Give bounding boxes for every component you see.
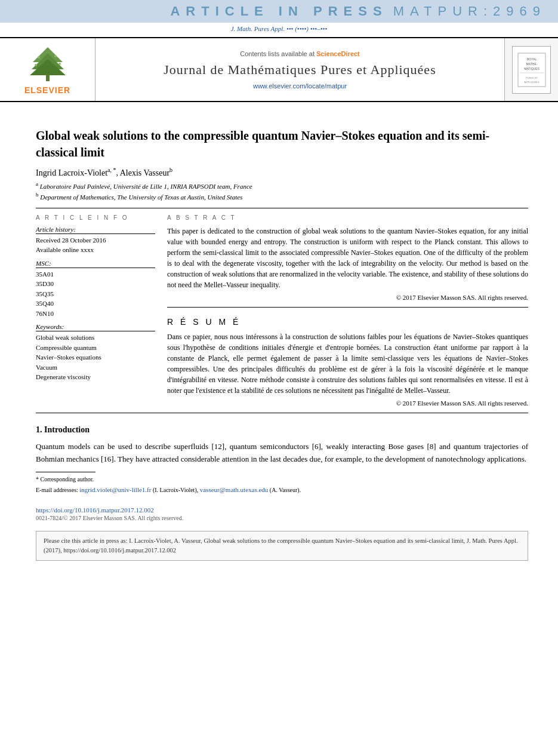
svg-text:MATIQUES: MATIQUES xyxy=(524,67,539,70)
email-label: E-mail addresses: xyxy=(36,487,78,493)
issn-line: 0021-7824/© 2017 Elsevier Masson SAS. Al… xyxy=(36,515,528,521)
banner-text: ARTICLE IN PRESS xyxy=(170,4,387,19)
author-1-sup: a, * xyxy=(107,167,116,173)
email-2-author: (A. Vasseur). xyxy=(270,487,301,493)
journal-center-info: Contents lists available at ScienceDirec… xyxy=(95,38,504,101)
msc-codes: 35A01 35D30 35Q35 35Q40 76N10 xyxy=(36,269,155,319)
article-history-label: Article history: xyxy=(36,226,155,234)
introduction-body: Quantum models can be used to describe s… xyxy=(36,441,528,466)
keywords-label: Keywords: xyxy=(36,323,155,331)
resume-copyright: © 2017 Elsevier Masson SAS. All rights r… xyxy=(167,399,528,407)
email-2-link[interactable]: vasseur@math.utexas.edu xyxy=(200,486,269,493)
author-separator: , Alexis Vasseur xyxy=(116,168,170,177)
svg-text:PURES ET: PURES ET xyxy=(525,76,538,79)
available-text: Available online xxxx xyxy=(36,245,155,255)
svg-point-5 xyxy=(54,55,57,57)
abstract-text: This paper is dedicated to the construct… xyxy=(167,226,528,290)
received-text: Received 28 October 2016 xyxy=(36,235,155,245)
main-content: Global weak solutions to the compressibl… xyxy=(0,105,558,573)
email-1-link[interactable]: ingrid.violet@univ-lille1.fr xyxy=(79,486,151,493)
journal-logo-icon: ROYAL MATHE- MATIQUES PURES ET APPLIQUEE… xyxy=(517,52,547,88)
keywords-block: Keywords: Global weak solutions Compress… xyxy=(36,323,155,382)
authors-line: Ingrid Lacroix-Violeta, *, Alexis Vasseu… xyxy=(36,167,528,178)
resume-text: Dans ce papier, nous nous intéressons à … xyxy=(167,331,528,396)
corresponding-author-note: * Corresponding author. xyxy=(36,475,528,484)
sciencedirect-label: Contents lists available at xyxy=(240,50,315,57)
rule-before-introduction xyxy=(36,413,528,413)
author-1-name: Ingrid Lacroix-Violet xyxy=(36,168,107,177)
citation-box: Please cite this article in press as: I.… xyxy=(36,531,528,561)
affiliations: a Laboratoire Paul Painlevé, Université … xyxy=(36,180,528,202)
journal-title: Journal de Mathématiques Pures et Appliq… xyxy=(164,62,436,78)
introduction-heading: 1. Introduction xyxy=(36,425,528,435)
paper-title: Global weak solutions to the compressibl… xyxy=(36,127,528,161)
svg-text:APPLIQUEES: APPLIQUEES xyxy=(524,81,539,84)
footnote-separator xyxy=(36,472,95,472)
affil-b-text: Department of Mathematics, The Universit… xyxy=(40,193,242,200)
article-in-press-banner: ARTICLE IN PRESS MATPUR:2969 xyxy=(0,0,558,23)
svg-point-7 xyxy=(58,63,61,65)
elsevier-tree-icon xyxy=(21,44,75,83)
journal-header: ELSEVIER Contents lists available at Sci… xyxy=(0,37,558,102)
affil-a-label: a xyxy=(36,181,38,187)
svg-point-4 xyxy=(38,56,40,59)
journal-right-logo: ROYAL MATHE- MATIQUES PURES ET APPLIQUEE… xyxy=(504,38,558,101)
article-info-heading: A R T I C L E I N F O xyxy=(36,214,155,221)
svg-text:MATHE-: MATHE- xyxy=(526,62,537,66)
article-info-abstract-section: A R T I C L E I N F O Article history: R… xyxy=(36,214,528,407)
article-info-column: A R T I C L E I N F O Article history: R… xyxy=(36,214,155,407)
abstract-resume-column: A B S T R A C T This paper is dedicated … xyxy=(167,214,528,407)
msc-label: MSC: xyxy=(36,260,155,268)
sciencedirect-link[interactable]: ScienceDirect xyxy=(316,50,360,57)
article-id: MATPUR:2969 xyxy=(393,4,546,19)
email-1-author: (I. Lacroix-Violet), xyxy=(153,487,198,493)
keywords-text: Global weak solutions Compressible quant… xyxy=(36,333,155,382)
article-history-block: Article history: Received 28 October 201… xyxy=(36,226,155,255)
doi-link[interactable]: https://doi.org/10.1016/j.matpur.2017.12… xyxy=(36,506,154,514)
elsevier-brand-text: ELSEVIER xyxy=(24,85,70,95)
rule-before-resume xyxy=(167,307,528,308)
abstract-heading: A B S T R A C T xyxy=(167,214,528,221)
resume-heading: R É S U M É xyxy=(167,317,528,327)
abstract-copyright: © 2017 Elsevier Masson SAS. All rights r… xyxy=(167,294,528,301)
author-2-sup: b xyxy=(169,167,172,173)
journal-url[interactable]: www.elsevier.com/locate/matpur xyxy=(253,82,347,90)
elsevier-logo-area: ELSEVIER xyxy=(0,38,95,101)
svg-point-6 xyxy=(35,64,37,66)
sciencedirect-line: Contents lists available at ScienceDirec… xyxy=(240,50,360,57)
affil-b-label: b xyxy=(36,192,39,198)
right-logo-box: ROYAL MATHE- MATIQUES PURES ET APPLIQUEE… xyxy=(512,46,551,94)
journal-ref-line: J. Math. Pures Appl. ••• (••••) •••–••• xyxy=(0,23,558,35)
affil-a-text: Laboratoire Paul Painlevé, Université de… xyxy=(40,182,252,189)
journal-ref-text: J. Math. Pures Appl. ••• (••••) •••–••• xyxy=(231,25,328,32)
svg-text:ROYAL: ROYAL xyxy=(526,57,537,61)
msc-block: MSC: 35A01 35D30 35Q35 35Q40 76N10 xyxy=(36,260,155,319)
email-footnote: E-mail addresses: ingrid.violet@univ-lil… xyxy=(36,485,528,495)
rule-after-affiliations xyxy=(36,208,528,208)
